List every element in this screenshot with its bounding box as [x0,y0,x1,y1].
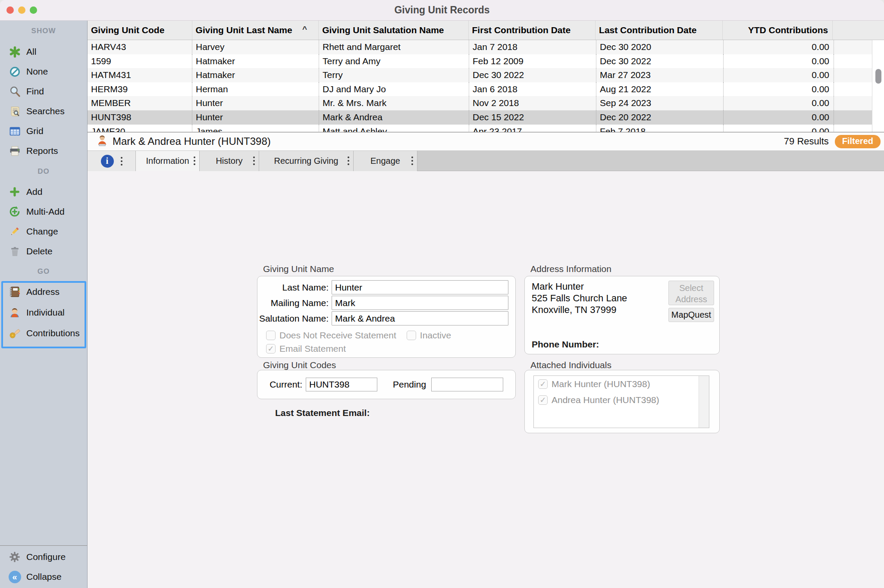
tab-information[interactable]: Information [136,151,200,171]
sidebar-item-label: Searches [26,106,65,116]
cell-ytd: 0.00 [724,125,834,132]
table-row[interactable]: MEMBER Hunter Mr. & Mrs. Mark Nov 2 2018… [88,96,884,110]
filtered-badge[interactable]: Filtered [835,135,881,148]
table-row[interactable]: HATM431 Hatmaker Terry Dec 30 2022 Mar 2… [88,68,884,82]
mailing-name-field[interactable] [332,296,508,310]
sidebar-item-label: Configure [26,552,66,562]
tab-menu-dots-icon[interactable] [411,156,413,165]
sidebar-section-do: DO [0,167,87,176]
current-code-field[interactable] [306,378,377,391]
sidebar-item-individual[interactable]: Individual [0,304,87,321]
cell-last-name: Hatmaker [192,54,319,69]
sidebar-item-all[interactable]: All [0,43,87,60]
sidebar-item-collapse[interactable]: « Collapse [0,568,87,585]
does-not-receive-statement-label: Does Not Receive Statement [279,330,396,341]
sidebar-item-label: Change [26,226,58,237]
tab-engage[interactable]: Engage [354,151,417,171]
table-row[interactable]: 1599 Hatmaker Terry and Amy Feb 12 2009 … [88,54,884,69]
cell-salutation: DJ and Mary Jo [319,82,469,97]
sidebar-item-label: Add [26,187,42,197]
sort-ascending-icon: ^ [302,25,307,34]
table-row[interactable]: HARV43 Harvey Rhett and Margaret Jan 7 2… [88,40,884,54]
cell-last-date: Dec 20 2022 [596,110,724,125]
app-window: Giving Unit Records SHOW All None Find [0,0,884,588]
sidebar-item-configure[interactable]: Configure [0,548,87,566]
cell-code: HUNT398 [88,110,192,125]
sidebar-item-reports[interactable]: Reports [0,142,87,160]
table-scrollbar-thumb[interactable] [875,69,881,84]
cell-filler [834,125,873,132]
cell-last-name: Hunter [192,96,319,110]
cell-code: 1599 [88,54,192,69]
attached-individual-checkbox[interactable]: ✓ [538,379,548,389]
tab-menu-dots-icon[interactable] [121,157,122,166]
cell-salutation: Matt and Ashley [319,125,469,132]
sidebar-item-label: Find [26,86,44,97]
table-row[interactable]: JAME30 James Matt and Ashley Apr 23 2017… [88,125,884,132]
sidebar-item-searches[interactable]: Searches [0,103,87,120]
column-header-giving-unit-last-name[interactable]: Giving Unit Last Name^ [192,21,319,40]
sidebar-item-delete[interactable]: Delete [0,243,87,260]
tab-label: Information [146,156,189,166]
sidebar-item-multi-add[interactable]: Multi-Add [0,203,87,220]
salutation-name-label: Salutation Name: [257,311,332,326]
salutation-name-field[interactable] [332,311,508,325]
tab-menu-dots-icon[interactable] [348,156,349,165]
cell-code: MEMBER [88,96,192,110]
last-name-label: Last Name: [257,280,332,295]
column-header-last-contribution-date[interactable]: Last Contribution Date [596,21,723,40]
tab-label: History [216,156,242,166]
sidebar-item-address[interactable]: Address [0,283,87,300]
table-row-selected[interactable]: HUNT398 Hunter Mark & Andrea Dec 15 2022… [88,110,884,125]
list-scrollbar[interactable] [699,376,709,428]
list-item[interactable]: ✓ Andrea Hunter (HUNT398) [534,392,709,408]
cell-ytd: 0.00 [724,68,834,82]
sidebar-item-change[interactable]: Change [0,223,87,240]
window-title: Giving Unit Records [0,4,884,16]
cell-ytd: 0.00 [724,96,834,110]
column-header-giving-unit-code[interactable]: Giving Unit Code [88,21,192,40]
cell-code: HARV43 [88,40,192,54]
cell-salutation: Mr. & Mrs. Mark [319,96,469,110]
none-icon [8,65,22,78]
column-header-filler [833,21,872,40]
attached-individual-checkbox[interactable]: ✓ [538,395,548,405]
sidebar-item-label: Reports [26,146,58,156]
select-address-button[interactable]: Select Address [668,281,714,305]
sidebar-item-label: All [26,47,36,57]
cell-filler [834,110,873,125]
tab-menu-dots-icon[interactable] [194,156,195,165]
trash-icon [8,245,22,258]
inactive-checkbox[interactable]: ✓ [407,331,416,340]
email-statement-checkbox[interactable]: ✓ [266,344,276,353]
sidebar-item-contributions[interactable]: Contributions [0,325,87,342]
column-header-salutation-name[interactable]: Giving Unit Salutation Name [319,21,468,40]
list-item[interactable]: ✓ Mark Hunter (HUNT398) [534,376,709,392]
mailing-name-label: Mailing Name: [257,296,332,310]
sidebar-item-none[interactable]: None [0,63,87,80]
pending-code-field[interactable] [431,378,503,391]
cell-filler [834,82,873,97]
information-panel: Giving Unit Name Last Name: Mailing Name… [88,171,884,588]
info-icon[interactable]: i [101,155,114,168]
table-header-row: Giving Unit Code Giving Unit Last Name^ … [88,21,884,40]
does-not-receive-statement-checkbox[interactable]: ✓ [266,331,276,340]
tab-label: Engage [370,156,400,166]
column-header-first-contribution-date[interactable]: First Contribution Date [469,21,596,40]
tab-history[interactable]: History [200,151,259,171]
tab-recurring-giving[interactable]: Recurring Giving [259,151,354,171]
last-name-field[interactable] [332,280,508,294]
sidebar-item-find[interactable]: Find [0,83,87,100]
column-header-ytd-contributions[interactable]: YTD Contributions [723,21,833,40]
cell-salutation: Terry and Amy [319,54,469,69]
plus-icon [8,185,22,198]
table-scrollbar[interactable] [872,40,884,132]
sidebar-item-add[interactable]: Add [0,183,87,200]
cell-filler [834,68,873,82]
tab-menu-dots-icon[interactable] [253,156,255,165]
tab-info-menu[interactable]: i [88,151,136,171]
table-row[interactable]: HERM39 Herman DJ and Mary Jo Jan 6 2018 … [88,82,884,97]
mapquest-button[interactable]: MapQuest [668,308,714,322]
sidebar-item-grid[interactable]: Grid [0,122,87,140]
main-area: Giving Unit Code Giving Unit Last Name^ … [88,21,884,588]
